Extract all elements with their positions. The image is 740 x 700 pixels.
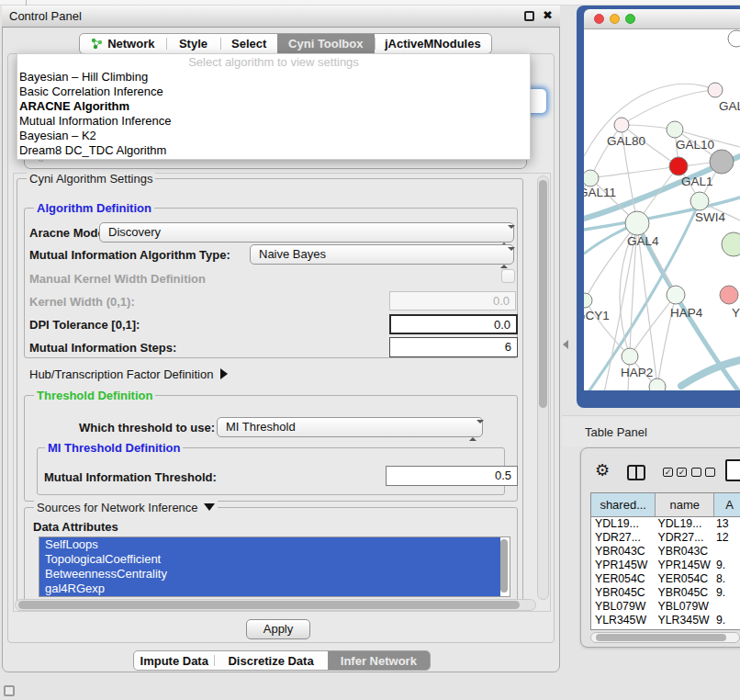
table-cell: 9. xyxy=(714,559,740,572)
aracne-mode-combobox[interactable]: Discovery xyxy=(99,222,514,243)
table-horizontal-scrollbar[interactable] xyxy=(590,632,740,643)
table-row[interactable]: YPR145WYPR145W9. xyxy=(591,559,740,572)
sources-group-title[interactable]: Sources for Network Inference xyxy=(34,501,218,514)
table-row[interactable]: YBL079WYBL079W xyxy=(591,600,740,614)
float-panel-icon[interactable] xyxy=(524,11,534,21)
dropdown-item[interactable]: Dream8 DC_TDC Algorithm xyxy=(17,143,530,158)
attribute-list-item[interactable]: SelfLoops xyxy=(39,537,500,552)
column-header[interactable]: name xyxy=(656,493,714,516)
settings-horizontal-scrollbar[interactable] xyxy=(15,599,536,611)
splitter-collapse-icon[interactable] xyxy=(563,340,568,349)
network-node[interactable] xyxy=(722,232,740,256)
settings-vertical-scrollbar[interactable] xyxy=(537,175,549,600)
network-node[interactable] xyxy=(728,30,740,47)
close-traffic-light-icon[interactable] xyxy=(594,14,604,24)
scrollbar-thumb[interactable] xyxy=(18,601,520,609)
mi-threshold-label: Mutual Information Threshold: xyxy=(44,470,217,484)
dropdown-item[interactable]: ARACNE Algorithm xyxy=(17,99,530,114)
gear-icon[interactable]: ⚙ xyxy=(595,462,610,479)
tab-style[interactable]: Style xyxy=(166,34,221,53)
attribute-list-item[interactable]: gal4RGexp xyxy=(39,581,500,596)
table-cell: YBL079W xyxy=(591,600,656,614)
network-node[interactable] xyxy=(614,118,629,132)
column-header[interactable]: A xyxy=(714,493,740,516)
table-row[interactable]: YBR045CYBR045C9. xyxy=(591,586,740,600)
table-cell: YER054C xyxy=(656,572,714,586)
floating-panel-icon[interactable] xyxy=(4,685,15,696)
table-row[interactable]: YIL052CYIL052C9 xyxy=(591,627,740,630)
table-row[interactable]: YBR043CYBR043C xyxy=(591,545,740,559)
table-row[interactable]: YDR27...YDR27...12 xyxy=(591,531,740,545)
network-node[interactable] xyxy=(625,211,649,235)
network-graph[interactable]: GALGAL80GAL10GAL1GAL11SWI4GAL4HAP4YGCY1H… xyxy=(584,29,740,390)
attribute-list-item[interactable]: BetweennessCentrality xyxy=(39,567,500,581)
data-attributes-label: Data Attributes xyxy=(33,520,118,534)
unchecked-checkbox-icon[interactable] xyxy=(705,468,715,477)
unchecked-checkbox-icon[interactable] xyxy=(691,468,701,477)
dpi-tolerance-input[interactable]: 0.0 xyxy=(389,314,518,334)
table-cell: YLR345W xyxy=(656,614,714,627)
mi-steps-input[interactable]: 6 xyxy=(389,337,518,357)
column-header[interactable]: shared... xyxy=(591,493,656,516)
tab-jactivemnodules[interactable]: jActiveMNodules xyxy=(375,34,491,53)
close-icon[interactable]: ✖ xyxy=(543,8,553,22)
network-node[interactable] xyxy=(584,293,592,308)
scrollbar-thumb[interactable] xyxy=(539,180,547,408)
dropdown-item[interactable]: Basic Correlation Inference xyxy=(17,85,530,99)
tab-cyni-toolbox[interactable]: Cyni Toolbox xyxy=(277,34,375,53)
hub-tf-definition-toggle[interactable]: Hub/Transcription Factor Definition xyxy=(29,367,228,381)
dropdown-item[interactable]: Bayesian – Hill Climbing xyxy=(17,70,530,85)
network-edge[interactable] xyxy=(622,90,715,125)
document-icon[interactable] xyxy=(725,459,740,481)
bottom-tab-infer-network[interactable]: Infer Network xyxy=(328,651,430,670)
network-node[interactable] xyxy=(710,150,734,174)
cyni-settings-group-title: Cyni Algorithm Settings xyxy=(27,172,155,186)
table-panel-header: Table Panel xyxy=(562,415,740,446)
table-cell xyxy=(714,600,740,614)
network-node[interactable] xyxy=(669,157,688,175)
zoom-traffic-light-icon[interactable] xyxy=(625,14,635,24)
network-node[interactable] xyxy=(584,170,599,186)
apply-button[interactable]: Apply xyxy=(246,619,310,639)
which-threshold-combobox[interactable]: MI Threshold xyxy=(217,417,483,437)
list-scrollbar-thumb[interactable] xyxy=(500,539,508,593)
manual-kernel-checkbox[interactable] xyxy=(501,269,515,283)
table-row[interactable]: YDL19...YDL19...13 xyxy=(591,517,740,531)
minimize-traffic-light-icon[interactable] xyxy=(610,14,620,24)
node-label: HAP2 xyxy=(621,366,653,379)
mi-type-value: Naive Bayes xyxy=(259,247,326,261)
network-canvas[interactable]: GALGAL80GAL10GAL1GAL11SWI4GAL4HAP4YGCY1H… xyxy=(584,29,740,390)
which-threshold-label: Which threshold to use: xyxy=(79,421,215,435)
control-panel-tabbar: NetworkStyleSelectCyni ToolboxjActiveMNo… xyxy=(79,33,492,54)
network-node[interactable] xyxy=(622,348,638,365)
tab-select[interactable]: Select xyxy=(220,34,277,53)
dropdown-item[interactable]: Bayesian – K2 xyxy=(17,129,530,143)
table-cell: 9. xyxy=(714,614,740,627)
checked-checkbox-icon[interactable]: ✓ xyxy=(663,468,673,477)
network-node[interactable] xyxy=(667,286,685,304)
split-columns-icon[interactable] xyxy=(627,465,645,480)
network-node[interactable] xyxy=(649,378,666,390)
network-node[interactable] xyxy=(667,121,683,138)
scrollbar-thumb[interactable] xyxy=(596,634,726,641)
network-node[interactable] xyxy=(720,286,738,304)
bottom-tab-discretize-data[interactable]: Discretize Data xyxy=(214,651,327,670)
mi-threshold-input[interactable]: 0.5 xyxy=(386,466,518,486)
table-cell: 8. xyxy=(714,572,740,586)
dropdown-item[interactable]: Mutual Information Inference xyxy=(17,114,530,129)
checked-checkbox-icon[interactable]: ✓ xyxy=(677,468,687,477)
mi-threshold-definition-title: MI Threshold Definition xyxy=(45,441,183,455)
network-window-titlebar[interactable] xyxy=(584,9,740,29)
table-row[interactable]: YLR345WYLR345W9. xyxy=(591,614,740,627)
network-node[interactable] xyxy=(708,83,723,97)
network-edge[interactable] xyxy=(590,125,622,178)
table-row[interactable]: YER054CYER054C8. xyxy=(591,572,740,586)
data-attributes-list[interactable]: SelfLoopsTopologicalCoefficientBetweenne… xyxy=(39,536,510,597)
attribute-list-item[interactable]: TopologicalCoefficient xyxy=(39,552,500,567)
mi-type-combobox[interactable]: Naive Bayes xyxy=(250,244,514,265)
tab-network[interactable]: Network xyxy=(80,34,166,53)
network-node[interactable] xyxy=(690,192,709,210)
network-edge[interactable] xyxy=(590,166,678,178)
bottom-tab-impute-data[interactable]: Impute Data xyxy=(134,651,214,670)
kernel-width-input[interactable]: 0.0 xyxy=(389,291,516,310)
